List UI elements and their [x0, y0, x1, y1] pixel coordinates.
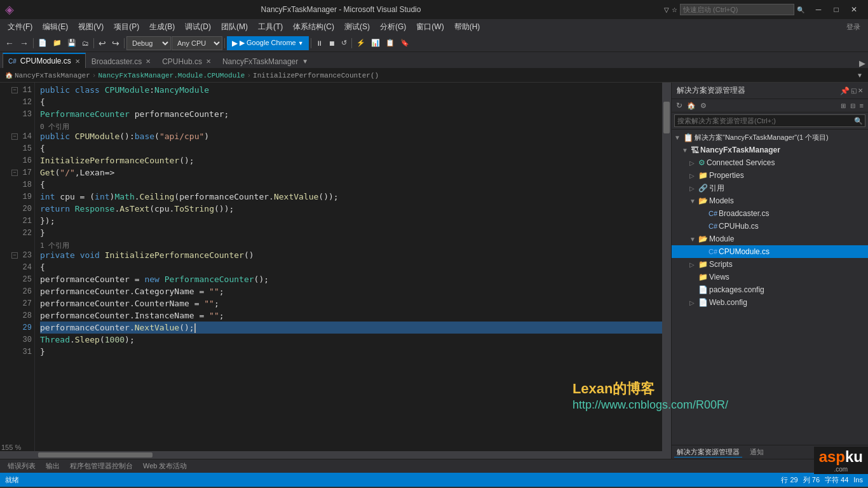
- se-scripts[interactable]: ▷ 📁 Scripts: [672, 258, 868, 271]
- se-tab-notify[interactable]: 通知: [747, 447, 766, 457]
- menu-item-build[interactable]: 生成(B): [144, 19, 180, 34]
- se-project-node[interactable]: ▼ 🏗 NancyFxTaskManager: [672, 144, 868, 156]
- bottom-tab-errors[interactable]: 错误列表: [3, 459, 41, 473]
- se-connected-services[interactable]: ▷ ⚙ Connected Services: [672, 156, 868, 169]
- tab-scroll-right[interactable]: ▶: [857, 58, 868, 68]
- tab-broadcaster-close[interactable]: ✕: [146, 58, 151, 65]
- save-btn[interactable]: 💾: [65, 36, 79, 50]
- se-solution-node[interactable]: ▼ 📋 解决方案"NancyFxTaskManager"(1 个项目): [672, 131, 868, 144]
- se-home-btn[interactable]: 🏠: [685, 101, 698, 111]
- toolbar-misc3[interactable]: 📋: [383, 36, 397, 50]
- se-views[interactable]: 📁 Views: [672, 271, 868, 283]
- se-broadcaster[interactable]: C# Broadcaster.cs: [672, 207, 868, 220]
- bottom-tab-publish[interactable]: Web 发布活动: [138, 459, 192, 473]
- bottom-tabs-bar: 错误列表 输出 程序包管理器控制台 Web 发布活动: [0, 459, 868, 473]
- menu-item-tools[interactable]: 工具(T): [253, 19, 288, 34]
- se-models-folder[interactable]: ▼ 📂 Models: [672, 194, 868, 207]
- se-header-controls: 📌 ◱ ✕: [840, 86, 863, 95]
- open-btn[interactable]: 📁: [50, 36, 64, 50]
- se-tab-solution[interactable]: 解决方案资源管理器: [674, 447, 742, 458]
- tab-bar: C# CPUModule.cs ✕ Broadcaster.cs ✕ CPUHu…: [0, 52, 868, 69]
- collapse-14[interactable]: −: [11, 133, 18, 140]
- tab-broadcaster[interactable]: Broadcaster.cs ✕: [86, 54, 156, 68]
- new-project-btn[interactable]: 📄: [36, 36, 50, 50]
- collapse-17[interactable]: −: [11, 170, 18, 176]
- menu-item-file[interactable]: 文件(F): [3, 19, 37, 34]
- debug-config-dropdown[interactable]: Debug Release: [126, 36, 171, 50]
- se-expand-all-btn[interactable]: ⊞: [839, 102, 848, 110]
- tab-nancyfx-dropdown[interactable]: ▼: [302, 58, 308, 65]
- se-collapse-all-btn[interactable]: ⊟: [848, 102, 857, 110]
- se-prop-btn[interactable]: ≡: [858, 101, 865, 110]
- linenum-23: 23: [19, 251, 32, 260]
- menu-item-arch[interactable]: 体系结构(C): [288, 19, 339, 34]
- se-module-folder[interactable]: ▼ 📂 Module: [672, 233, 868, 245]
- menu-item-project[interactable]: 项目(P): [109, 19, 144, 34]
- save-all-btn[interactable]: 🗂: [79, 36, 92, 50]
- se-cpumodule[interactable]: C# CPUModule.cs: [672, 245, 868, 258]
- se-packages-config[interactable]: 📄 packages.config: [672, 283, 868, 296]
- aspku-dotcom: .com: [819, 466, 863, 473]
- se-close-btn[interactable]: ✕: [858, 86, 863, 95]
- forward-btn[interactable]: →: [17, 36, 31, 50]
- back-btn[interactable]: ←: [3, 36, 17, 50]
- bottom-tab-output[interactable]: 输出: [41, 459, 65, 473]
- se-filter-btn[interactable]: ⚙: [698, 101, 709, 111]
- se-broadcaster-label: Broadcaster.cs: [719, 209, 769, 218]
- tab-nancyfx[interactable]: NancyFxTaskManager ▼: [217, 54, 314, 68]
- redo-btn[interactable]: ↪: [109, 36, 122, 50]
- tab-cpumodule-close[interactable]: ✕: [75, 58, 80, 65]
- tab-cpuhub-close[interactable]: ✕: [206, 58, 211, 65]
- se-module-icon: 📂: [698, 234, 708, 243]
- menu-item-debug[interactable]: 调试(D): [180, 19, 216, 34]
- pause-btn[interactable]: ⏸: [313, 36, 325, 50]
- quick-launch-input[interactable]: [680, 4, 794, 15]
- toolbar-misc4[interactable]: 🔖: [398, 36, 412, 50]
- breadcrumb-project[interactable]: NancyFxTaskManager: [15, 72, 90, 79]
- stop-btn[interactable]: ⏹: [326, 36, 338, 50]
- breadcrumb-module[interactable]: NancyFxTaskManager.Module.CPUModule: [98, 72, 245, 79]
- se-title: 解决方案资源管理器: [677, 85, 745, 96]
- code-editor[interactable]: − 11 12 13 − 14 15: [0, 83, 671, 459]
- minimize-button[interactable]: ─: [810, 1, 827, 18]
- login-label[interactable]: 登录: [841, 22, 865, 32]
- tab-cpuhub[interactable]: CPUHub.cs ✕: [156, 54, 217, 68]
- se-references[interactable]: ▷ 🔗 引用: [672, 182, 868, 194]
- menu-item-team[interactable]: 团队(M): [216, 19, 253, 34]
- menu-item-edit[interactable]: 编辑(E): [37, 19, 73, 34]
- linenum-22: 22: [19, 229, 32, 238]
- status-char: 字符 44: [825, 475, 848, 485]
- se-cpuhub[interactable]: C# CPUHub.cs: [672, 220, 868, 233]
- se-web-config[interactable]: ▷ 📄 Web.config: [672, 296, 868, 309]
- se-tree[interactable]: ▼ 📋 解决方案"NancyFxTaskManager"(1 个项目) ▼ 🏗 …: [672, 130, 868, 445]
- breadcrumb-method[interactable]: InitializePerformanceCounter(): [253, 72, 379, 79]
- code-content[interactable]: public class CPUModule:NancyModule { Per…: [35, 83, 662, 451]
- se-ref-label: 引用: [709, 183, 724, 194]
- collapse-23[interactable]: −: [11, 252, 18, 259]
- se-properties[interactable]: ▷ 📁 Properties: [672, 169, 868, 182]
- menu-item-help[interactable]: 帮助(H): [449, 19, 485, 34]
- bottom-tab-pkg-mgr[interactable]: 程序包管理器控制台: [65, 459, 138, 473]
- horizontal-scrollbar[interactable]: [0, 451, 671, 459]
- tab-cpumodule[interactable]: C# CPUModule.cs ✕: [3, 53, 86, 68]
- menu-item-test[interactable]: 测试(S): [339, 19, 375, 34]
- collapse-11[interactable]: −: [11, 87, 18, 93]
- se-search-input[interactable]: [674, 114, 865, 127]
- toolbar-misc1[interactable]: ⚡: [354, 36, 368, 50]
- run-button[interactable]: ▶ ▶ Google Chrome ▼: [227, 36, 309, 50]
- restart-btn[interactable]: ↺: [339, 36, 349, 50]
- undo-btn[interactable]: ↩: [96, 36, 109, 50]
- se-pin-btn[interactable]: 📌: [840, 86, 850, 95]
- menu-item-view[interactable]: 视图(V): [73, 19, 109, 34]
- maximize-button[interactable]: □: [827, 1, 845, 18]
- se-sync-btn[interactable]: ↻: [674, 100, 684, 111]
- toolbar-misc2[interactable]: 📊: [369, 36, 383, 50]
- toolbar: ← → 📄 📁 💾 🗂 ↩ ↪ Debug Release Any CPU ▶ …: [0, 34, 868, 52]
- se-float-btn[interactable]: ◱: [851, 86, 857, 95]
- platform-dropdown[interactable]: Any CPU: [172, 36, 222, 50]
- menu-item-analyze[interactable]: 分析(G): [375, 19, 411, 34]
- vertical-scrollbar[interactable]: [662, 83, 671, 451]
- close-button[interactable]: ✕: [845, 1, 863, 18]
- menu-item-window[interactable]: 窗口(W): [411, 19, 449, 34]
- breadcrumb-expand[interactable]: ▼: [857, 72, 863, 79]
